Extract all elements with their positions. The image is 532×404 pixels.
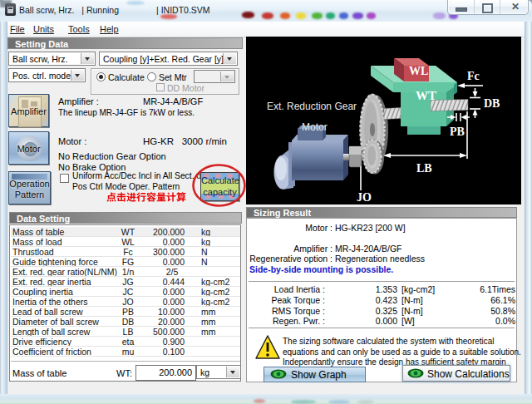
svg-text:DB: DB xyxy=(484,97,500,110)
svg-text:Motor: Motor xyxy=(302,121,328,133)
svg-text:WT: WT xyxy=(416,89,436,102)
svg-text:Fc: Fc xyxy=(467,70,480,82)
svg-text:LB: LB xyxy=(416,162,432,175)
svg-text:PB: PB xyxy=(450,126,465,138)
svg-text:WL: WL xyxy=(409,65,428,77)
svg-text:JO: JO xyxy=(357,191,372,204)
svg-text:Ext. Reduction Gear: Ext. Reduction Gear xyxy=(267,101,357,112)
